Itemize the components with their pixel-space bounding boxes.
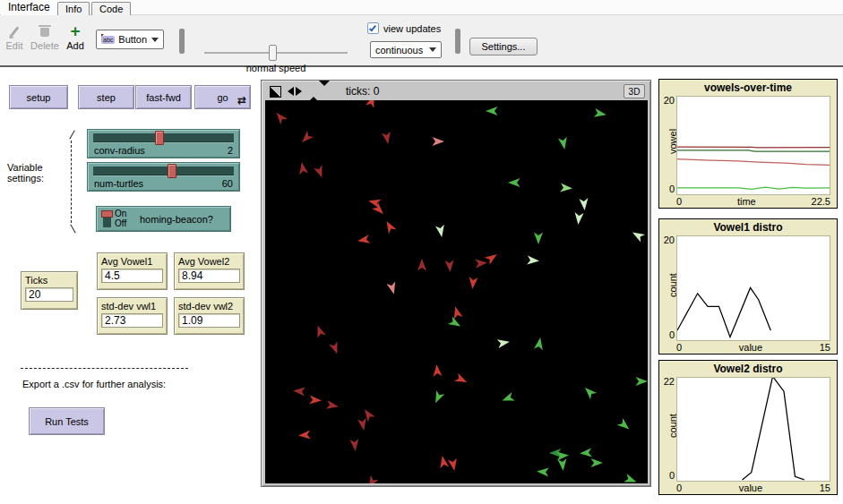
update-mode-value: continuous bbox=[375, 45, 423, 56]
speed-slider-handle[interactable] bbox=[269, 45, 277, 61]
std-dev-vwl2-monitor: std-dev vwl2 1.09 bbox=[174, 297, 245, 335]
x-axis-min-tick: 0 bbox=[676, 196, 682, 208]
switch-knob[interactable] bbox=[101, 210, 113, 218]
update-mode-dropdown[interactable]: continuous bbox=[370, 41, 442, 58]
delete-button-label: Delete bbox=[28, 40, 62, 51]
speed-slider-label: normal speed bbox=[204, 63, 348, 73]
homing-beacon-switch[interactable]: On Off homing-beacon? bbox=[96, 206, 231, 232]
trash-icon bbox=[40, 28, 49, 37]
pencil-icon bbox=[10, 26, 19, 36]
slider-name: conv-radius bbox=[94, 145, 145, 156]
x-axis-max-tick: 15 bbox=[820, 342, 830, 354]
widget-type-dropdown[interactable]: abc Button bbox=[96, 30, 164, 49]
turtle-agents-layer bbox=[265, 100, 648, 483]
plot-area bbox=[676, 377, 830, 482]
slider-value: 60 bbox=[222, 178, 233, 189]
plot-area bbox=[676, 235, 830, 341]
switch-label: homing-beacon? bbox=[140, 214, 213, 225]
ticks-counter: ticks: 0 bbox=[346, 85, 379, 98]
view-updates-label: view updates bbox=[383, 23, 441, 34]
step-button[interactable]: step bbox=[78, 85, 134, 109]
horizontal-arrows-icon bbox=[288, 87, 302, 96]
monitor-value: 20 bbox=[25, 287, 73, 302]
settings-button[interactable]: Settings... bbox=[469, 38, 538, 56]
bracket-backslash bbox=[70, 224, 75, 233]
switch-on-off-labels: On Off bbox=[115, 209, 126, 228]
speed-slider: normal speed bbox=[204, 45, 348, 72]
slider-groove[interactable] bbox=[93, 133, 234, 142]
y-axis-min-tick: 0 bbox=[660, 470, 675, 481]
view-updates-checkbox[interactable] bbox=[367, 22, 379, 34]
tab-interface[interactable]: Interface bbox=[1, 1, 57, 15]
tab-code[interactable]: Code bbox=[91, 2, 131, 15]
go-button[interactable]: go ⇄ bbox=[194, 85, 251, 109]
bracket-slash bbox=[69, 130, 74, 139]
widget-type-value: Button bbox=[118, 34, 147, 45]
fast-fwd-button[interactable]: fast-fwd bbox=[135, 85, 192, 109]
check-icon bbox=[369, 24, 376, 32]
std-dev-vwl1-monitor: std-dev vwl1 2.73 bbox=[97, 297, 168, 335]
delete-button[interactable]: Delete bbox=[28, 23, 62, 51]
tab-info[interactable]: Info bbox=[57, 2, 90, 15]
x-axis-label: value bbox=[739, 483, 762, 494]
x-axis-max-tick: 22.5 bbox=[812, 196, 830, 208]
world-view-widget: ticks: 0 3D bbox=[261, 80, 651, 487]
chevron-down-icon bbox=[151, 38, 159, 42]
toolbar-separator bbox=[455, 29, 460, 54]
x-axis-row: 0 value 15 bbox=[676, 342, 830, 354]
chevron-down-icon bbox=[429, 47, 436, 52]
slider-handle[interactable] bbox=[168, 164, 176, 178]
plot-area bbox=[676, 96, 830, 195]
plot-vowel1-distro: Vowel1 distro 20 count 0 0 value 15 bbox=[658, 218, 838, 355]
plot-vowels-over-time: vowels-over-time 20 vowel 0 0 time 22.5 bbox=[658, 79, 838, 209]
slider-handle[interactable] bbox=[155, 131, 164, 145]
bracket-dashed-line bbox=[71, 141, 72, 223]
avg-vowel1-monitor: Avg Vowel1 4.5 bbox=[97, 252, 168, 290]
forever-loop-icon: ⇄ bbox=[237, 96, 246, 105]
num-turtles-slider[interactable]: num-turtles 60 bbox=[87, 162, 240, 192]
plot-title: Vowel2 distro bbox=[659, 361, 837, 376]
x-axis-min-tick: 0 bbox=[676, 342, 682, 354]
x-axis-row: 0 value 15 bbox=[676, 483, 830, 494]
export-note: Export a .csv for further analysis: bbox=[22, 379, 166, 389]
y-axis-max-tick: 20 bbox=[660, 235, 675, 245]
setup-button[interactable]: setup bbox=[9, 85, 68, 109]
toolbar-separator bbox=[179, 29, 185, 54]
conv-radius-slider[interactable]: conv-radius 2 bbox=[87, 129, 240, 158]
switch-slot[interactable] bbox=[103, 210, 111, 227]
note-divider-dashed-line bbox=[21, 368, 188, 369]
plot-title: Vowel1 distro bbox=[659, 219, 837, 235]
pan-view-icon bbox=[270, 86, 281, 98]
avg-vowel2-monitor: Avg Vowel2 8.94 bbox=[174, 252, 245, 290]
add-button-label: Add bbox=[63, 40, 88, 51]
slider-groove[interactable] bbox=[93, 167, 234, 175]
run-tests-button[interactable]: Run Tests bbox=[29, 407, 105, 435]
slider-name: num-turtles bbox=[94, 178, 143, 189]
edit-button-label: Edit bbox=[2, 40, 27, 51]
monitor-value: 8.94 bbox=[178, 269, 240, 283]
tab-bar: Interface Info Code bbox=[0, 0, 843, 15]
plus-icon: + bbox=[70, 24, 80, 38]
plot-title: vowels-over-time bbox=[659, 80, 837, 95]
world-view-header: ticks: 0 3D bbox=[263, 82, 649, 100]
view-3d-button[interactable]: 3D bbox=[624, 84, 645, 98]
x-axis-min-tick: 0 bbox=[676, 483, 682, 494]
plot-vowel2-distro: Vowel2 distro 22 count 0 0 value 15 bbox=[658, 360, 838, 495]
vertical-arrows-icon bbox=[308, 86, 330, 97]
button-widget-icon: abc bbox=[101, 36, 115, 44]
toolbar: Edit Delete + Add abc Button normal spee… bbox=[0, 15, 843, 67]
y-axis-max-tick: 20 bbox=[660, 95, 675, 106]
monitor-value: 4.5 bbox=[101, 269, 163, 283]
monitor-value: 2.73 bbox=[101, 313, 163, 328]
x-axis-max-tick: 15 bbox=[820, 483, 830, 494]
slider-value: 2 bbox=[228, 145, 233, 156]
edit-button[interactable]: Edit bbox=[2, 23, 27, 51]
x-axis-label: value bbox=[739, 342, 762, 354]
x-axis-label: time bbox=[737, 196, 756, 208]
y-axis-max-tick: 22 bbox=[660, 376, 675, 387]
add-button[interactable]: + Add bbox=[63, 23, 88, 51]
variable-settings-note: Variable settings: bbox=[7, 162, 44, 184]
netlogo-interface-window: { "tabs": { "interface": "Interface", "i… bbox=[0, 0, 843, 504]
world-view-canvas[interactable] bbox=[265, 100, 648, 483]
x-axis-row: 0 time 22.5 bbox=[676, 196, 830, 208]
